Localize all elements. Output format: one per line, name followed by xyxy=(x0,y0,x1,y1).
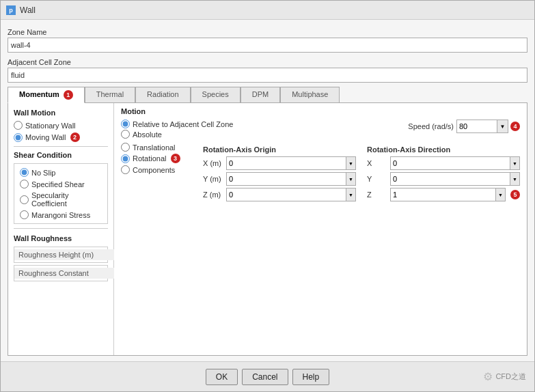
direction-x-label: X xyxy=(367,159,387,167)
shear-condition-section: Shear Condition No Slip Specified Shear xyxy=(14,151,108,224)
origin-y-row: Y (m) ▼ xyxy=(203,172,356,186)
origin-x-row: X (m) ▼ xyxy=(203,156,356,170)
direction-z-badge: 5 xyxy=(510,190,520,199)
window-icon: p xyxy=(6,5,16,15)
watermark-icon: ⚙ xyxy=(483,370,493,383)
origin-y-label: Y (m) xyxy=(203,175,223,183)
axis-grid: Rotation-Axis Origin X (m) ▼ Y (m) xyxy=(203,145,520,204)
direction-x-row: X ▼ xyxy=(367,156,520,170)
origin-y-input[interactable] xyxy=(226,172,346,186)
speed-dropdown[interactable]: ▼ xyxy=(497,120,508,133)
marangoni-radio[interactable] xyxy=(20,210,29,219)
tab-species[interactable]: Species xyxy=(191,87,241,102)
rotational-radio[interactable] xyxy=(121,154,130,163)
motion-type-group: Translational Rotational 3 Components xyxy=(121,143,196,201)
shear-condition-title: Shear Condition xyxy=(14,151,108,159)
origin-z-label: Z (m) xyxy=(203,191,223,199)
roughness-height-label: Roughness Height (m) xyxy=(14,249,124,260)
divider-2 xyxy=(14,228,108,229)
no-slip-option[interactable]: No Slip xyxy=(20,168,102,177)
divider-1 xyxy=(14,146,108,147)
shear-condition-group: No Slip Specified Shear Specularity Coef… xyxy=(20,168,102,219)
bottom-bar: OK Cancel Help ⚙ CFD之道 xyxy=(1,361,534,391)
direction-x-dropdown[interactable]: ▼ xyxy=(510,156,520,170)
stationary-wall-radio[interactable] xyxy=(14,121,23,130)
wall-motion-title: Wall Motion xyxy=(14,109,108,117)
origin-y-dropdown[interactable]: ▼ xyxy=(346,172,356,186)
marangoni-option[interactable]: Marangoni Stress xyxy=(20,210,102,219)
ok-button[interactable]: OK xyxy=(206,369,238,385)
bottom-buttons: OK Cancel Help xyxy=(206,369,329,385)
adjacent-cell-section: Adjacent Cell Zone xyxy=(8,55,527,83)
shear-condition-box: No Slip Specified Shear Specularity Coef… xyxy=(14,163,108,224)
origin-x-dropdown[interactable]: ▼ xyxy=(346,156,356,170)
wall-boundary-dialog: p Wall Zone Name Adjacent Cell Zone Mome… xyxy=(0,0,535,392)
specified-shear-radio[interactable] xyxy=(20,180,29,188)
zone-name-input[interactable] xyxy=(8,38,527,53)
watermark: ⚙ CFD之道 xyxy=(483,370,526,383)
tab-thermal[interactable]: Thermal xyxy=(85,87,135,102)
direction-y-input[interactable] xyxy=(390,172,510,186)
moving-wall-option[interactable]: Moving Wall 2 xyxy=(14,132,108,142)
window-title: Wall xyxy=(20,5,36,15)
zone-name-label: Zone Name xyxy=(8,28,527,36)
origin-z-row: Z (m) ▼ xyxy=(203,188,356,201)
no-slip-radio[interactable] xyxy=(20,168,29,177)
relative-option[interactable]: Relative to Adjacent Cell Zone xyxy=(121,120,233,128)
direction-y-dropdown[interactable]: ▼ xyxy=(510,172,520,186)
components-option[interactable]: Components xyxy=(121,165,196,174)
tab-momentum[interactable]: Momentum 1 xyxy=(8,87,85,103)
direction-column: Rotation-Axis Direction X ▼ Y xyxy=(367,145,520,204)
origin-x-input[interactable] xyxy=(226,156,346,170)
rotational-badge: 3 xyxy=(171,154,180,163)
translational-option[interactable]: Translational xyxy=(121,143,196,152)
tab-multiphase[interactable]: Multiphase xyxy=(280,87,340,102)
origin-y-wrap: ▼ xyxy=(226,172,356,186)
motion-top-row: Relative to Adjacent Cell Zone Absolute … xyxy=(121,120,520,139)
specularity-radio[interactable] xyxy=(20,195,29,204)
roughness-constant-row: Roughness Constant ▼ xyxy=(14,265,108,281)
origin-column: Rotation-Axis Origin X (m) ▼ Y (m) xyxy=(203,145,356,204)
speed-section: Speed (rad/s) ▼ 4 xyxy=(408,120,520,133)
right-panel: Motion Relative to Adjacent Cell Zone Ab… xyxy=(114,103,527,355)
direction-z-row: Z ▼ 5 xyxy=(367,188,520,201)
tab-dpm[interactable]: DPM xyxy=(241,87,280,102)
specified-shear-option[interactable]: Specified Shear xyxy=(20,180,102,188)
origin-z-wrap: ▼ xyxy=(226,188,356,201)
specularity-option[interactable]: Specularity Coefficient xyxy=(20,191,102,208)
direction-z-dropdown[interactable]: ▼ xyxy=(496,188,506,201)
relative-radio[interactable] xyxy=(121,120,130,128)
speed-label: Speed (rad/s) xyxy=(408,122,454,130)
watermark-container: ⚙ CFD之道 xyxy=(329,370,526,383)
help-button[interactable]: Help xyxy=(292,369,330,385)
origin-x-wrap: ▼ xyxy=(226,156,356,170)
cancel-button[interactable]: Cancel xyxy=(242,369,288,385)
direction-z-input[interactable] xyxy=(390,188,496,201)
speed-input[interactable] xyxy=(456,120,497,133)
origin-z-input[interactable] xyxy=(226,188,346,201)
direction-y-label: Y xyxy=(367,175,387,183)
rotational-option[interactable]: Rotational 3 xyxy=(121,154,196,163)
zone-name-section: Zone Name xyxy=(8,25,527,53)
adjacent-cell-input[interactable] xyxy=(8,68,527,83)
tab-radiation[interactable]: Radiation xyxy=(135,87,190,102)
motion-detail-row: Translational Rotational 3 Components xyxy=(121,143,520,204)
speed-badge: 4 xyxy=(510,122,520,131)
origin-x-label: X (m) xyxy=(203,159,223,167)
main-content: Zone Name Adjacent Cell Zone Momentum 1 … xyxy=(1,20,534,361)
direction-y-wrap: ▼ xyxy=(390,172,520,186)
translational-radio[interactable] xyxy=(121,143,130,152)
direction-z-label: Z xyxy=(367,191,387,199)
stationary-wall-option[interactable]: Stationary Wall xyxy=(14,121,108,130)
absolute-option[interactable]: Absolute xyxy=(121,130,233,139)
panels-row: Wall Motion Stationary Wall Moving Wall … xyxy=(8,103,527,356)
direction-z-wrap: ▼ xyxy=(390,188,506,201)
direction-x-input[interactable] xyxy=(390,156,510,170)
roughness-height-row: Roughness Height (m) ▼ xyxy=(14,247,108,263)
components-radio[interactable] xyxy=(121,165,130,174)
momentum-badge: 1 xyxy=(64,90,73,100)
absolute-radio[interactable] xyxy=(121,130,130,139)
roughness-constant-label: Roughness Constant xyxy=(14,268,124,279)
moving-wall-radio[interactable] xyxy=(14,133,23,142)
origin-z-dropdown[interactable]: ▼ xyxy=(346,188,356,201)
